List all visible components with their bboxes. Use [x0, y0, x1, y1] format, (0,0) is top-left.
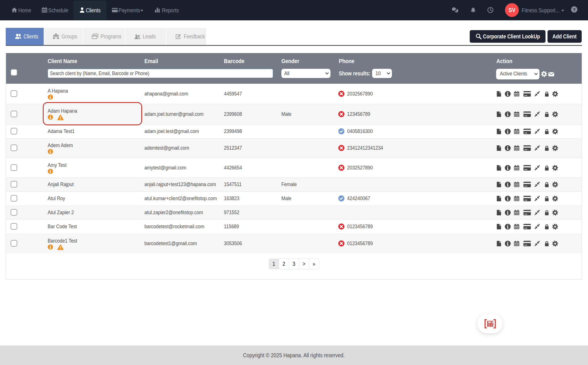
svg-text:?: ?: [573, 7, 575, 12]
